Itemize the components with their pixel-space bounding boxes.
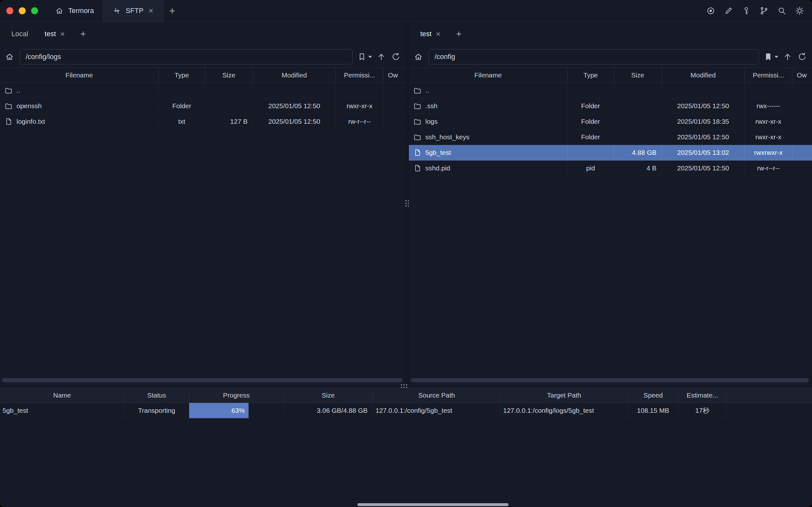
column-header-modified[interactable]: Modified: [253, 68, 336, 82]
cell-size: [614, 98, 662, 114]
column-header-size[interactable]: Size: [284, 388, 373, 403]
column-header-owner[interactable]: Ow: [383, 68, 406, 82]
cell-spacer: [726, 403, 812, 418]
tab-test[interactable]: test ✕: [412, 22, 449, 46]
column-header-type[interactable]: Type: [567, 68, 614, 82]
search-icon[interactable]: [777, 6, 787, 15]
column-header-permissions[interactable]: Permissi...: [745, 68, 792, 82]
cell-permissions: [745, 83, 792, 98]
cell-filename: ssh_host_keys: [409, 129, 567, 145]
edit-icon[interactable]: [724, 6, 733, 15]
column-header-filename[interactable]: Filename: [0, 68, 159, 82]
tab-termora[interactable]: Termora: [46, 0, 103, 21]
tab-test[interactable]: test ✕: [37, 22, 74, 46]
cell-permissions: rwxr-xr-x: [745, 129, 792, 145]
tab-sftp[interactable]: SFTP ✕: [103, 0, 163, 21]
cell-filename: logs: [409, 114, 567, 129]
column-header-status[interactable]: Status: [124, 388, 189, 403]
settings-gear-icon[interactable]: [795, 6, 804, 15]
table-row[interactable]: ..: [409, 83, 812, 98]
key-icon[interactable]: [742, 6, 751, 15]
column-header-estimate[interactable]: Estimate...: [679, 388, 726, 403]
close-icon[interactable]: ✕: [435, 31, 441, 38]
table-row[interactable]: ..: [0, 83, 406, 98]
record-icon[interactable]: [706, 6, 715, 15]
transfer-row[interactable]: 5gb_test Transporting 63% 3.06 GB/4.88 G…: [0, 403, 812, 418]
cell-permissions: rwxr-xr-x: [745, 114, 792, 129]
table-row[interactable]: sshd.pid pid 4 B 2025/01/05 12:50 rw-r--…: [409, 161, 812, 176]
cell-speed: 108.15 MB: [628, 403, 679, 418]
panel-splitter[interactable]: [406, 22, 409, 385]
right-table-header: Filename Type Size Modified Permissi... …: [409, 68, 812, 83]
minimize-window-button[interactable]: [19, 7, 26, 14]
file-icon: [413, 164, 422, 172]
cell-type: [159, 83, 205, 98]
cell-type: Folder: [567, 114, 614, 129]
cell-permissions: rw-r--r--: [336, 114, 383, 129]
column-header-filename[interactable]: Filename: [409, 68, 567, 82]
transfer-arrows-icon: [112, 6, 121, 15]
table-row[interactable]: openssh Folder 2025/01/05 12:50 rwxr-xr-…: [0, 98, 406, 114]
refresh-button[interactable]: [797, 52, 806, 62]
filename-label: sshd.pid: [425, 164, 450, 172]
column-header-size[interactable]: Size: [205, 68, 253, 82]
cell-size: 3.06 GB/4.88 GB: [284, 403, 373, 418]
file-icon: [413, 149, 422, 157]
path-input[interactable]: [429, 49, 759, 64]
bookmark-icon[interactable]: [357, 52, 367, 62]
cell-modified: [253, 83, 336, 98]
close-icon[interactable]: ✕: [59, 31, 66, 38]
bottom-horizontal-scrollbar-thumb[interactable]: [358, 503, 508, 506]
new-tab-button[interactable]: +: [163, 0, 181, 21]
tab-label: Termora: [68, 7, 94, 15]
table-row[interactable]: logs Folder 2025/01/05 18:35 rwxr-xr-x: [409, 114, 812, 129]
refresh-button[interactable]: [390, 52, 400, 62]
bookmark-icon[interactable]: [763, 52, 773, 62]
column-header-size[interactable]: Size: [614, 68, 662, 82]
close-icon[interactable]: ✕: [148, 7, 154, 15]
home-directory-button[interactable]: [4, 52, 15, 61]
zoom-window-button[interactable]: [31, 7, 38, 14]
transfer-panel-splitter[interactable]: [0, 385, 812, 388]
horizontal-scrollbar-thumb[interactable]: [2, 378, 402, 382]
table-row[interactable]: loginfo.txt txt 127 B 2025/01/05 12:50 r…: [0, 114, 406, 129]
transfer-panel: Name Status Progress Size Source Path Ta…: [0, 388, 812, 418]
cell-status: Transporting: [124, 403, 189, 418]
column-header-source-path[interactable]: Source Path: [373, 388, 501, 403]
column-header-permissions[interactable]: Permissi...: [336, 68, 383, 82]
column-header-type[interactable]: Type: [159, 68, 205, 82]
column-header-modified[interactable]: Modified: [662, 68, 745, 82]
transfer-table-header: Name Status Progress Size Source Path Ta…: [0, 388, 812, 403]
tab-local[interactable]: Local: [3, 22, 37, 46]
left-path-toolbar: [0, 46, 406, 68]
folder-icon: [413, 102, 422, 110]
cell-owner: [383, 98, 406, 114]
folder-icon: [413, 117, 422, 126]
home-directory-button[interactable]: [413, 52, 424, 61]
table-row[interactable]: .ssh Folder 2025/01/05 12:50 rwx------: [409, 98, 812, 114]
table-row[interactable]: ssh_host_keys Folder 2025/01/05 12:50 rw…: [409, 129, 812, 145]
filename-label: .ssh: [425, 102, 438, 110]
column-header-progress[interactable]: Progress: [189, 388, 284, 403]
column-header-speed[interactable]: Speed: [628, 388, 679, 403]
cell-type: [567, 83, 614, 98]
bookmark-group: [763, 52, 778, 62]
cell-size: 127 B: [205, 114, 253, 129]
parent-directory-button[interactable]: [783, 52, 792, 62]
column-header-spacer: [726, 388, 812, 403]
new-session-tab-button[interactable]: +: [76, 29, 91, 39]
cell-filename: .ssh: [409, 98, 567, 114]
horizontal-scrollbar-thumb[interactable]: [411, 378, 809, 382]
chevron-down-icon[interactable]: [774, 56, 778, 58]
new-session-tab-button[interactable]: +: [451, 29, 466, 39]
parent-directory-button[interactable]: [376, 52, 386, 62]
column-header-name[interactable]: Name: [0, 388, 124, 403]
path-input[interactable]: [20, 49, 353, 64]
chevron-down-icon[interactable]: [368, 56, 372, 58]
column-header-owner[interactable]: Ow: [792, 68, 812, 82]
column-header-target-path[interactable]: Target Path: [501, 388, 628, 403]
folder-icon: [413, 133, 422, 141]
close-window-button[interactable]: [6, 7, 13, 14]
table-row-selected[interactable]: 5gb_test 4.88 GB 2025/01/05 13:02 rwxrwx…: [409, 145, 812, 161]
git-branch-icon[interactable]: [759, 6, 769, 15]
